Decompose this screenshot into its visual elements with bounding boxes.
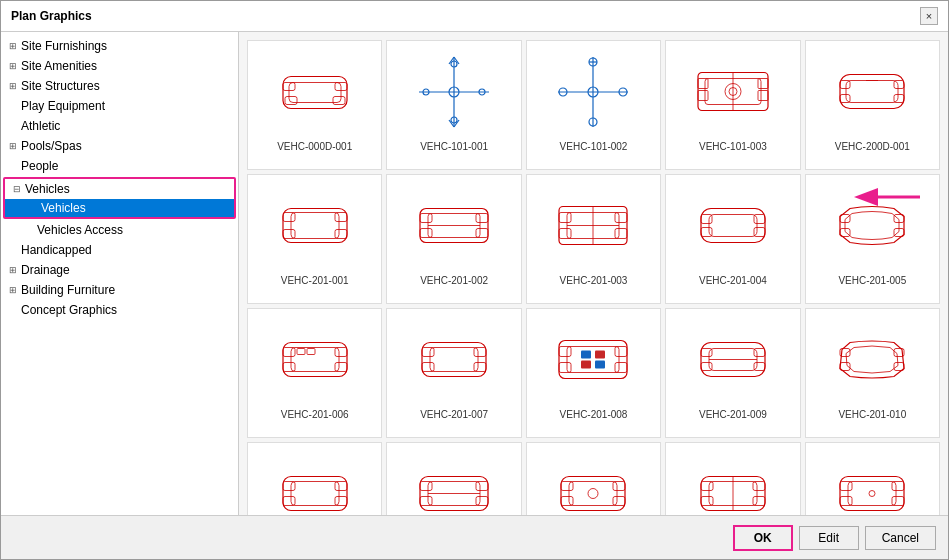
card-image <box>531 449 656 515</box>
dialog-title: Plan Graphics <box>11 9 92 23</box>
svg-rect-5 <box>333 97 345 105</box>
card-image <box>252 449 377 515</box>
edit-button[interactable]: Edit <box>799 526 859 550</box>
card-image <box>252 47 377 137</box>
svg-rect-136 <box>840 482 852 491</box>
card-VEHC-101-002[interactable]: VEHC-101-002 <box>526 40 661 170</box>
card-label: VEHC-201-010 <box>838 409 906 420</box>
card-VEHC-101-001[interactable]: VEHC-101-001 <box>386 40 521 170</box>
svg-rect-139 <box>892 497 904 506</box>
sidebar-item-site-amenities[interactable]: ⊞ Site Amenities <box>1 56 238 76</box>
card-VEHC-201-001[interactable]: VEHC-201-001 <box>247 174 382 304</box>
svg-rect-78 <box>297 349 305 355</box>
card-image <box>531 181 656 271</box>
card-VEHC-201-002[interactable]: VEHC-201-002 <box>386 174 521 304</box>
vehicle-svg <box>275 186 355 266</box>
card-VEHC-201-010[interactable]: VEHC-201-010 <box>805 308 940 438</box>
sidebar-tree: ⊞ Site Furnishings ⊞ Site Amenities ⊞ Si… <box>1 32 239 515</box>
expand-icon: ⊟ <box>9 181 25 197</box>
card-VEHC-201-004[interactable]: VEHC-201-004 <box>665 174 800 304</box>
svg-rect-46 <box>335 230 347 239</box>
svg-rect-135 <box>848 482 896 506</box>
graphics-grid[interactable]: VEHC-000D-001 <box>239 32 948 515</box>
vehicle-svg <box>553 454 633 515</box>
svg-point-126 <box>588 489 598 499</box>
vehicles-group: ⊟ Vehicles Vehicles <box>3 177 236 219</box>
sidebar-label: Vehicles Access <box>37 223 234 237</box>
card-label: VEHC-101-003 <box>699 141 767 152</box>
sidebar-item-drainage[interactable]: ⊞ Drainage <box>1 260 238 280</box>
svg-rect-138 <box>840 497 852 506</box>
svg-rect-116 <box>476 482 488 491</box>
svg-rect-29 <box>758 79 768 89</box>
card-VEHC-201-007[interactable]: VEHC-201-007 <box>386 308 521 438</box>
card-image <box>252 181 377 271</box>
svg-rect-109 <box>283 482 295 491</box>
sidebar-item-people[interactable]: People <box>1 156 238 176</box>
card-VEHC-101-003[interactable]: VEHC-101-003 <box>665 40 800 170</box>
svg-rect-62 <box>701 209 765 243</box>
expand-icon: ⊞ <box>5 38 21 54</box>
svg-rect-79 <box>307 349 315 355</box>
svg-rect-110 <box>335 482 347 491</box>
svg-rect-49 <box>420 214 432 223</box>
sidebar-item-site-structures[interactable]: ⊞ Site Structures <box>1 76 238 96</box>
ok-button[interactable]: OK <box>733 525 793 551</box>
card-VEHC-200D-001[interactable]: VEHC-200D-001 <box>805 40 940 170</box>
card-VEHC-201-012[interactable]: VEHC-201-012 <box>386 442 521 515</box>
sidebar-item-building-furniture[interactable]: ⊞ Building Furniture <box>1 280 238 300</box>
card-VEHC-201-005[interactable]: VEHC-201-005 <box>805 174 940 304</box>
card-VEHC-201-006[interactable]: VEHC-201-006 <box>247 308 382 438</box>
card-image <box>391 181 516 271</box>
sidebar-item-handicapped[interactable]: Handicapped <box>1 240 238 260</box>
svg-rect-52 <box>476 229 488 238</box>
card-VEHC-201-008[interactable]: VEHC-201-008 <box>526 308 661 438</box>
sidebar-label: Pools/Spas <box>21 139 234 153</box>
sidebar-item-site-furnishings[interactable]: ⊞ Site Furnishings <box>1 36 238 56</box>
svg-rect-77 <box>335 363 347 372</box>
svg-point-140 <box>869 491 875 497</box>
card-label: VEHC-201-003 <box>560 275 628 286</box>
main-area: VEHC-000D-001 <box>239 32 948 515</box>
card-image <box>670 47 795 137</box>
sidebar-item-concept-graphics[interactable]: Concept Graphics <box>1 300 238 320</box>
sidebar-item-athletic[interactable]: Athletic <box>1 116 238 136</box>
svg-rect-91 <box>615 363 627 373</box>
sidebar-item-vehicles-parent[interactable]: ⊟ Vehicles <box>5 179 234 199</box>
card-label: VEHC-101-001 <box>420 141 488 152</box>
card-image <box>810 315 935 405</box>
card-image <box>531 315 656 405</box>
cancel-button[interactable]: Cancel <box>865 526 936 550</box>
bottom-bar: OK Edit Cancel <box>1 515 948 559</box>
card-VEHC-201-009[interactable]: VEHC-201-009 <box>665 308 800 438</box>
card-VEHC-201-011[interactable]: VEHC-201-011 <box>247 442 382 515</box>
card-VEHC-201-003[interactable]: VEHC-201-003 <box>526 174 661 304</box>
sidebar-item-play-equipment[interactable]: Play Equipment <box>1 96 238 116</box>
sidebar-item-vehicles-selected[interactable]: Vehicles <box>5 199 234 217</box>
vehicle-svg <box>414 186 494 266</box>
svg-rect-38 <box>840 95 850 103</box>
vehicle-svg <box>275 454 355 515</box>
card-VEHC-201-014[interactable]: VEHC-201-014 <box>665 442 800 515</box>
svg-rect-108 <box>291 482 339 506</box>
sidebar-item-vehicles-access[interactable]: Vehicles Access <box>1 220 238 240</box>
sidebar-label: People <box>21 159 234 173</box>
svg-rect-63 <box>709 215 757 237</box>
card-label: VEHC-201-004 <box>699 275 767 286</box>
vehicle-svg <box>275 52 355 132</box>
sidebar-label: Building Furniture <box>21 283 234 297</box>
svg-rect-129 <box>701 482 713 491</box>
svg-rect-82 <box>422 348 434 357</box>
card-VEHC-000D-001[interactable]: VEHC-000D-001 <box>247 40 382 170</box>
svg-rect-85 <box>474 363 486 372</box>
card-VEHC-201-015[interactable]: VEHC-201-015 <box>805 442 940 515</box>
svg-rect-124 <box>561 497 573 506</box>
svg-rect-76 <box>283 363 295 372</box>
card-VEHC-201-013[interactable]: VEHC-201-013 <box>526 442 661 515</box>
sidebar-label: Handicapped <box>21 243 234 257</box>
sidebar-item-pools-spas[interactable]: ⊞ Pools/Spas <box>1 136 238 156</box>
card-label: VEHC-201-008 <box>560 409 628 420</box>
svg-rect-45 <box>283 230 295 239</box>
svg-rect-44 <box>335 213 347 222</box>
close-button[interactable]: × <box>920 7 938 25</box>
